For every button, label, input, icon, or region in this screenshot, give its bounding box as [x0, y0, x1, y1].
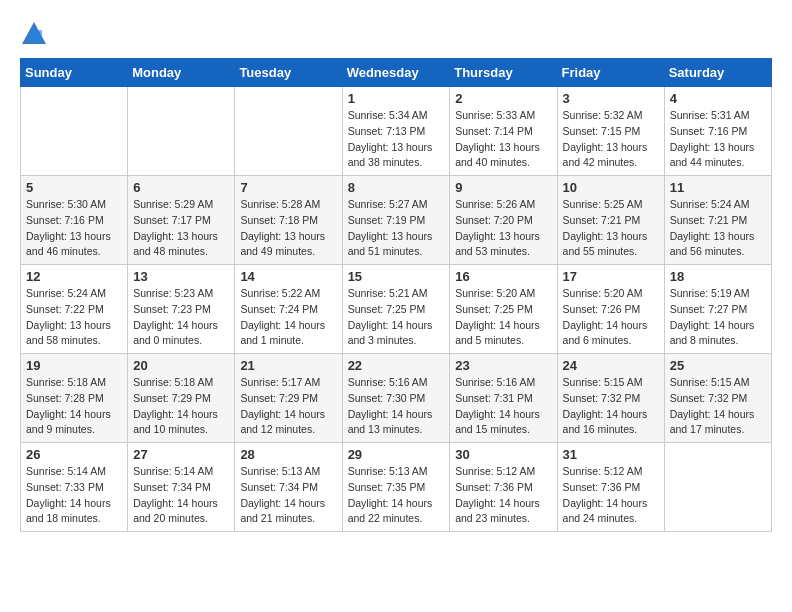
day-info: Sunrise: 5:32 AMSunset: 7:15 PMDaylight:… [563, 108, 659, 171]
day-info: Sunrise: 5:12 AMSunset: 7:36 PMDaylight:… [563, 464, 659, 527]
day-info: Sunrise: 5:22 AMSunset: 7:24 PMDaylight:… [240, 286, 336, 349]
calendar-cell: 22Sunrise: 5:16 AMSunset: 7:30 PMDayligh… [342, 354, 450, 443]
day-of-week-header: Friday [557, 59, 664, 87]
day-number: 21 [240, 358, 336, 373]
day-number: 10 [563, 180, 659, 195]
calendar-cell: 5Sunrise: 5:30 AMSunset: 7:16 PMDaylight… [21, 176, 128, 265]
calendar-cell: 11Sunrise: 5:24 AMSunset: 7:21 PMDayligh… [664, 176, 771, 265]
day-number: 6 [133, 180, 229, 195]
logo-icon [20, 20, 48, 48]
day-number: 30 [455, 447, 551, 462]
day-info: Sunrise: 5:24 AMSunset: 7:21 PMDaylight:… [670, 197, 766, 260]
day-number: 28 [240, 447, 336, 462]
day-info: Sunrise: 5:16 AMSunset: 7:30 PMDaylight:… [348, 375, 445, 438]
logo [20, 20, 52, 48]
calendar-cell: 27Sunrise: 5:14 AMSunset: 7:34 PMDayligh… [128, 443, 235, 532]
day-number: 26 [26, 447, 122, 462]
day-info: Sunrise: 5:14 AMSunset: 7:33 PMDaylight:… [26, 464, 122, 527]
day-number: 12 [26, 269, 122, 284]
day-number: 8 [348, 180, 445, 195]
calendar-week-row: 19Sunrise: 5:18 AMSunset: 7:28 PMDayligh… [21, 354, 772, 443]
day-info: Sunrise: 5:25 AMSunset: 7:21 PMDaylight:… [563, 197, 659, 260]
calendar-header: SundayMondayTuesdayWednesdayThursdayFrid… [21, 59, 772, 87]
calendar-week-row: 1Sunrise: 5:34 AMSunset: 7:13 PMDaylight… [21, 87, 772, 176]
day-number: 24 [563, 358, 659, 373]
day-info: Sunrise: 5:18 AMSunset: 7:28 PMDaylight:… [26, 375, 122, 438]
day-info: Sunrise: 5:28 AMSunset: 7:18 PMDaylight:… [240, 197, 336, 260]
calendar-cell: 15Sunrise: 5:21 AMSunset: 7:25 PMDayligh… [342, 265, 450, 354]
day-info: Sunrise: 5:18 AMSunset: 7:29 PMDaylight:… [133, 375, 229, 438]
day-info: Sunrise: 5:12 AMSunset: 7:36 PMDaylight:… [455, 464, 551, 527]
day-info: Sunrise: 5:29 AMSunset: 7:17 PMDaylight:… [133, 197, 229, 260]
day-number: 18 [670, 269, 766, 284]
day-info: Sunrise: 5:26 AMSunset: 7:20 PMDaylight:… [455, 197, 551, 260]
day-info: Sunrise: 5:13 AMSunset: 7:34 PMDaylight:… [240, 464, 336, 527]
day-info: Sunrise: 5:34 AMSunset: 7:13 PMDaylight:… [348, 108, 445, 171]
day-number: 31 [563, 447, 659, 462]
calendar-cell: 20Sunrise: 5:18 AMSunset: 7:29 PMDayligh… [128, 354, 235, 443]
calendar-cell: 23Sunrise: 5:16 AMSunset: 7:31 PMDayligh… [450, 354, 557, 443]
day-number: 2 [455, 91, 551, 106]
calendar-week-row: 5Sunrise: 5:30 AMSunset: 7:16 PMDaylight… [21, 176, 772, 265]
calendar-cell: 7Sunrise: 5:28 AMSunset: 7:18 PMDaylight… [235, 176, 342, 265]
calendar-cell: 14Sunrise: 5:22 AMSunset: 7:24 PMDayligh… [235, 265, 342, 354]
calendar-cell: 10Sunrise: 5:25 AMSunset: 7:21 PMDayligh… [557, 176, 664, 265]
day-info: Sunrise: 5:31 AMSunset: 7:16 PMDaylight:… [670, 108, 766, 171]
day-number: 7 [240, 180, 336, 195]
day-number: 29 [348, 447, 445, 462]
day-number: 14 [240, 269, 336, 284]
day-info: Sunrise: 5:19 AMSunset: 7:27 PMDaylight:… [670, 286, 766, 349]
calendar-cell [128, 87, 235, 176]
day-info: Sunrise: 5:30 AMSunset: 7:16 PMDaylight:… [26, 197, 122, 260]
day-of-week-header: Wednesday [342, 59, 450, 87]
day-number: 17 [563, 269, 659, 284]
svg-marker-1 [30, 30, 42, 42]
calendar-cell: 26Sunrise: 5:14 AMSunset: 7:33 PMDayligh… [21, 443, 128, 532]
day-info: Sunrise: 5:13 AMSunset: 7:35 PMDaylight:… [348, 464, 445, 527]
day-number: 19 [26, 358, 122, 373]
calendar-body: 1Sunrise: 5:34 AMSunset: 7:13 PMDaylight… [21, 87, 772, 532]
calendar-cell: 17Sunrise: 5:20 AMSunset: 7:26 PMDayligh… [557, 265, 664, 354]
day-number: 9 [455, 180, 551, 195]
day-number: 3 [563, 91, 659, 106]
day-info: Sunrise: 5:21 AMSunset: 7:25 PMDaylight:… [348, 286, 445, 349]
day-number: 15 [348, 269, 445, 284]
calendar-cell: 2Sunrise: 5:33 AMSunset: 7:14 PMDaylight… [450, 87, 557, 176]
day-info: Sunrise: 5:20 AMSunset: 7:26 PMDaylight:… [563, 286, 659, 349]
day-of-week-header: Monday [128, 59, 235, 87]
day-number: 1 [348, 91, 445, 106]
calendar-cell [21, 87, 128, 176]
calendar-cell: 13Sunrise: 5:23 AMSunset: 7:23 PMDayligh… [128, 265, 235, 354]
day-info: Sunrise: 5:24 AMSunset: 7:22 PMDaylight:… [26, 286, 122, 349]
day-number: 5 [26, 180, 122, 195]
calendar-cell: 25Sunrise: 5:15 AMSunset: 7:32 PMDayligh… [664, 354, 771, 443]
calendar-table: SundayMondayTuesdayWednesdayThursdayFrid… [20, 58, 772, 532]
calendar-cell: 3Sunrise: 5:32 AMSunset: 7:15 PMDaylight… [557, 87, 664, 176]
day-info: Sunrise: 5:14 AMSunset: 7:34 PMDaylight:… [133, 464, 229, 527]
calendar-cell [664, 443, 771, 532]
calendar-cell: 6Sunrise: 5:29 AMSunset: 7:17 PMDaylight… [128, 176, 235, 265]
day-number: 11 [670, 180, 766, 195]
calendar-cell: 1Sunrise: 5:34 AMSunset: 7:13 PMDaylight… [342, 87, 450, 176]
day-of-week-header: Tuesday [235, 59, 342, 87]
calendar-cell: 29Sunrise: 5:13 AMSunset: 7:35 PMDayligh… [342, 443, 450, 532]
day-info: Sunrise: 5:27 AMSunset: 7:19 PMDaylight:… [348, 197, 445, 260]
calendar-cell [235, 87, 342, 176]
calendar-cell: 8Sunrise: 5:27 AMSunset: 7:19 PMDaylight… [342, 176, 450, 265]
calendar-cell: 30Sunrise: 5:12 AMSunset: 7:36 PMDayligh… [450, 443, 557, 532]
day-number: 4 [670, 91, 766, 106]
day-of-week-header: Sunday [21, 59, 128, 87]
day-info: Sunrise: 5:20 AMSunset: 7:25 PMDaylight:… [455, 286, 551, 349]
calendar-cell: 18Sunrise: 5:19 AMSunset: 7:27 PMDayligh… [664, 265, 771, 354]
day-of-week-header: Thursday [450, 59, 557, 87]
page-header [20, 20, 772, 48]
calendar-cell: 12Sunrise: 5:24 AMSunset: 7:22 PMDayligh… [21, 265, 128, 354]
day-info: Sunrise: 5:33 AMSunset: 7:14 PMDaylight:… [455, 108, 551, 171]
day-info: Sunrise: 5:15 AMSunset: 7:32 PMDaylight:… [670, 375, 766, 438]
day-number: 16 [455, 269, 551, 284]
day-info: Sunrise: 5:23 AMSunset: 7:23 PMDaylight:… [133, 286, 229, 349]
day-number: 27 [133, 447, 229, 462]
calendar-cell: 9Sunrise: 5:26 AMSunset: 7:20 PMDaylight… [450, 176, 557, 265]
calendar-cell: 31Sunrise: 5:12 AMSunset: 7:36 PMDayligh… [557, 443, 664, 532]
day-number: 20 [133, 358, 229, 373]
